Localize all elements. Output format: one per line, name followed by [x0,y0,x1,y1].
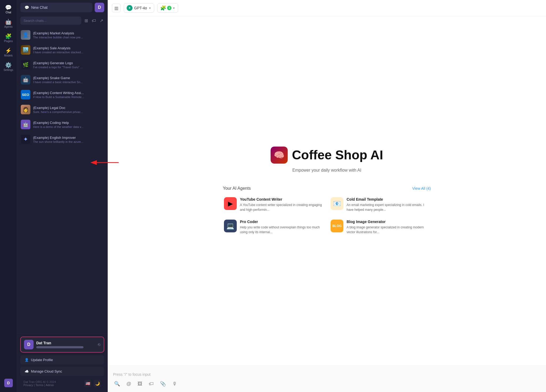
tag-tool-button[interactable]: 🏷 [148,380,155,388]
chat-list-item[interactable]: 🤖 (Example) Snake Game I have created a … [17,72,107,87]
chat-list-item[interactable]: 👤 (Example) Market Analysis The interact… [17,27,107,42]
sidebar-item-plugins[interactable]: 🧩 Plugins [0,31,17,45]
main-body: 🧠 Coffee Shop AI Empower your daily work… [108,16,546,366]
search-input[interactable] [20,17,81,25]
agent-info: Cold Email Template An email marketing e… [347,197,430,212]
user-card-info: Dat Tran [36,341,95,348]
attach-tool-button[interactable]: 📎 [159,380,167,388]
tag-icon: 🏷 [92,18,96,23]
export-button[interactable]: ↗ [99,18,104,24]
agent-card[interactable]: BLOG Blog Image Generator A blog image g… [330,219,431,236]
plugin-selector-button[interactable]: 🧩 0 ▼ [157,3,178,13]
sidebar-item-settings[interactable]: ⚙️ Settings [0,60,17,74]
sidebar-item-agents[interactable]: 🤖 Agents [0,17,17,31]
user-nav-avatar[interactable]: D [0,376,17,390]
agent-description: Help you write code without overexplain … [240,225,323,235]
chat-list-item[interactable]: SEO (Example) Content Writing Assi... # … [17,87,107,102]
agent-name: Pro Coder [240,220,323,224]
main-content: ▥ ✦ GPT-4o ▼ 🧩 0 ▼ 🧠 Coffee Shop AI Empo… [108,0,546,392]
agents-icon: 🤖 [5,19,12,25]
theme-icon: 🌙 [95,381,100,386]
chat-list-item[interactable]: 🌿 (Example) Generate Logo I've created a… [17,57,107,72]
image-tool-button[interactable]: 🖼 [136,380,143,388]
chat-list-item[interactable]: 👩 (Example) Legal Doc Sure, here's a com… [17,102,107,117]
agent-icon: BLOG [331,220,343,232]
chat-icon: 💬 [5,5,12,10]
chat-info: (Example) Content Writing Assi... # How … [33,91,104,99]
plugins-nav-label: Plugins [4,40,13,43]
search-tool-button[interactable]: 🔍 [113,380,121,388]
chat-list-item[interactable]: 🤖 (Example) Coding Help Here is a demo o… [17,117,107,132]
logout-icon[interactable]: ⎋ [98,342,101,347]
chat-title: (Example) Generate Logo [33,61,104,65]
mention-tool-button[interactable]: @ [125,380,132,388]
app-subtitle: Empower your daily workflow with AI [292,168,362,173]
user-name: Dat Tran [36,341,95,345]
new-chat-icon: 💬 [25,5,29,10]
plugins-icon: 🧩 [5,34,12,39]
chat-title: (Example) Snake Game [33,76,104,80]
chat-info: (Example) Generate Logo I've created a l… [33,61,104,69]
view-all-link[interactable]: View All (4) [412,186,431,191]
sidebar-toggle-button[interactable]: ▥ [112,4,121,12]
plugin-badge: 0 [167,6,171,10]
chat-list-item[interactable]: 🏙️ (Example) Sale Analysis I have create… [17,42,107,57]
new-folder-button[interactable]: ⊞ [83,18,89,24]
user-avatar-button[interactable]: D [95,3,104,12]
footer-info: Dat Tran ORG AI © 2024 Privacy | Terms |… [23,380,56,387]
model-icon: ✦ [127,5,133,11]
agent-card[interactable]: ▶ YouTube Content Writer A YouTube conte… [223,196,324,213]
input-toolbar: 🔍 @ 🖼 🏷 📎 🎙 [113,380,541,388]
update-profile-button[interactable]: 👤 Update Profile [20,355,104,365]
chat-thumb: 👩 [21,105,30,114]
agent-icon: 📧 [331,197,343,210]
sidebar-header: 💬 New Chat D [17,0,107,15]
model-selector-button[interactable]: ✦ GPT-4o ▼ [124,3,154,13]
bottom-actions: 👤 Update Profile ☁️ Manage Cloud Sync [20,355,104,376]
language-button[interactable]: 🇺🇸 [84,380,91,387]
profile-icon: 👤 [25,358,29,362]
chat-preview: Sure, here's a comprehensive privac... [33,110,104,114]
chat-info: (Example) Market Analysis The interactiv… [33,31,104,39]
main-header: ▥ ✦ GPT-4o ▼ 🧩 0 ▼ [108,0,546,16]
search-actions: ⊞ 🏷 ↗ [83,18,104,24]
agent-description: A blog image generator specialized in cr… [347,225,430,235]
chat-thumb: 🏙️ [21,45,30,55]
chat-preview: I've created a logo for "Travel Guru" ..… [33,66,104,69]
app-logo-title: 🧠 Coffee Shop AI [271,147,383,164]
plugin-chevron-icon: ▼ [172,7,175,10]
model-chevron-icon: ▼ [148,7,151,10]
agent-card[interactable]: 💻 Pro Coder Help you write code without … [223,219,324,236]
manage-cloud-sync-button[interactable]: ☁️ Manage Cloud Sync [20,367,104,376]
chat-preview: I have created a basic interactive Sn... [33,80,104,84]
theme-toggle-button[interactable]: 🌙 [94,380,101,387]
agent-card[interactable]: 📧 Cold Email Template An email marketing… [330,196,431,213]
welcome-section: 🧠 Coffee Shop AI Empower your daily work… [271,147,383,173]
agent-name: Cold Email Template [347,197,430,201]
user-card-avatar: D [24,340,34,349]
agent-info: YouTube Content Writer A YouTube content… [240,197,323,212]
chat-info: (Example) Legal Doc Sure, here's a compr… [33,106,104,114]
agent-description: An email marketing expert specializing i… [347,203,430,212]
chat-title: (Example) Legal Doc [33,106,104,110]
chat-title: (Example) Sale Analysis [33,46,104,50]
agents-section: Your AI Agents View All (4) ▶ YouTube Co… [223,186,431,236]
voice-tool-button[interactable]: 🎙 [171,380,178,388]
icon-nav: 💬 Chat 🤖 Agents 🧩 Plugins ⚡ Models ⚙️ Se… [0,0,17,392]
cloud-icon: ☁️ [25,369,29,373]
chat-thumb: SEO [21,90,30,99]
agent-name: Blog Image Generator [347,220,430,224]
sidebar-item-chat[interactable]: 💬 Chat [0,2,17,17]
tag-button[interactable]: 🏷 [91,18,97,24]
new-chat-button[interactable]: 💬 New Chat [20,3,93,12]
manage-cloud-sync-label: Manage Cloud Sync [31,369,62,373]
footer-icons: 🇺🇸 🌙 [84,380,101,387]
user-card[interactable]: D Dat Tran ⎋ [20,337,104,353]
footer-bar: Dat Tran ORG AI © 2024 Privacy | Terms |… [20,378,104,389]
puzzle-icon: 🧩 [160,5,166,11]
input-placeholder[interactable]: Press "/" to focus input [113,370,541,380]
sidebar-item-models[interactable]: ⚡ Models [0,45,17,60]
chat-preview: The interactive bubble chart now pre... [33,36,104,39]
chat-list-item[interactable]: ✦ (Example) English Improver The sun sho… [17,132,107,147]
chat-thumb: 👤 [21,30,30,40]
